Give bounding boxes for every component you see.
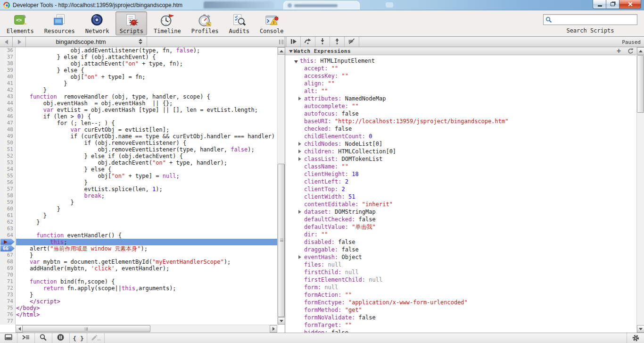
watch-property-checked[interactable]: checked: false — [285, 125, 636, 133]
code-line-64[interactable]: function eventHandler() { — [16, 232, 277, 239]
line-number-65[interactable] — [0, 239, 15, 245]
tool-profiles[interactable]: %Profiles — [188, 11, 223, 35]
code-line-49[interactable]: if (curEvtObj.name == type && curEvtObj.… — [16, 133, 277, 140]
code-line-44[interactable]: obj.eventHash = obj.eventHash || {}; — [16, 100, 277, 107]
code-line-51[interactable]: obj.removeEventListener(type, handler, f… — [16, 146, 277, 153]
collapsed-triangle-icon[interactable] — [298, 150, 301, 153]
code-line-73[interactable]: } — [16, 292, 277, 298]
watch-property-draggable[interactable]: draggable: false — [285, 246, 636, 253]
watch-property-accept[interactable]: accept: "" — [285, 65, 636, 72]
watch-property-firstChild[interactable]: firstChild: null — [285, 268, 636, 276]
line-number-39[interactable]: 39 — [0, 67, 15, 74]
line-number-42[interactable]: 42 — [0, 87, 15, 93]
code-line-36[interactable]: obj.addEventListener(type, fn, false); — [16, 47, 277, 54]
watch-property-clientHeight[interactable]: clientHeight: 18 — [285, 170, 636, 178]
code-line-54[interactable]: } else { — [16, 166, 277, 173]
code-line-76[interactable]: </html> — [16, 311, 277, 318]
tool-network[interactable]: Network — [82, 11, 113, 35]
watch-property-files[interactable]: files: null — [285, 261, 636, 268]
code-line-77[interactable] — [16, 318, 277, 325]
search-input[interactable] — [554, 15, 635, 24]
maximize-button[interactable] — [606, 0, 619, 9]
code-line-59[interactable]: } — [16, 199, 277, 206]
watch-property-children[interactable]: children: HTMLCollection[0] — [285, 148, 636, 155]
scrollbar-thumb[interactable] — [22, 325, 150, 332]
settings-button[interactable] — [627, 333, 644, 343]
watch-vertical-scrollbar[interactable] — [636, 47, 644, 333]
watch-property-eventHash[interactable]: eventHash: Object — [285, 253, 636, 261]
line-number-59[interactable]: 59 — [0, 199, 15, 206]
line-number-68[interactable]: 68 — [0, 259, 15, 265]
scroll-down-button[interactable] — [637, 325, 644, 333]
watch-property-defaultChecked[interactable]: defaultChecked: false — [285, 216, 636, 223]
code-line-56[interactable]: } — [16, 179, 277, 186]
code-gutter[interactable]: 3637383940414243444546474849505152535455… — [0, 47, 16, 325]
scroll-up-button[interactable] — [637, 47, 644, 55]
line-number-56[interactable]: 56 — [0, 179, 15, 186]
watch-property-formEnctype[interactable]: formEnctype: "application/x-www-form-url… — [285, 299, 636, 306]
tool-timeline[interactable]: Timeline — [150, 11, 185, 35]
line-number-46[interactable]: 46 — [0, 113, 15, 120]
code-line-63[interactable] — [16, 226, 277, 232]
line-number-49[interactable]: 49 — [0, 133, 15, 140]
watch-property-formAction[interactable]: formAction: "" — [285, 291, 636, 299]
tool-elements[interactable]: <><>Elements — [3, 11, 38, 35]
tool-console[interactable]: !Console — [256, 11, 288, 35]
expanded-triangle-icon[interactable] — [294, 60, 298, 63]
line-number-69[interactable]: 69 — [0, 265, 15, 272]
line-number-40[interactable]: 40 — [0, 74, 15, 80]
titlebar[interactable]: Developer Tools - http://localhost:13959… — [0, 0, 644, 10]
watch-property-hidden[interactable]: hidden: false — [285, 329, 636, 333]
line-number-44[interactable]: 44 — [0, 100, 15, 107]
close-button[interactable] — [619, 0, 641, 9]
line-number-48[interactable]: 48 — [0, 126, 15, 133]
step-out-button[interactable] — [330, 37, 345, 47]
add-watch-expression-button[interactable]: + — [617, 48, 621, 55]
scroll-right-button[interactable] — [270, 325, 277, 333]
watch-property-firstElementChild[interactable]: firstElementChild: null — [285, 276, 636, 284]
code-line-39[interactable]: } else { — [16, 67, 277, 74]
code-line-61[interactable]: } — [16, 212, 277, 219]
line-number-74[interactable]: 74 — [0, 298, 15, 305]
watch-property-formMethod[interactable]: formMethod: "get" — [285, 306, 636, 314]
watch-property-clientLeft[interactable]: clientLeft: 2 — [285, 178, 636, 185]
line-number-51[interactable]: 51 — [0, 146, 15, 153]
code-lines[interactable]: obj.addEventListener(type, fn, false); }… — [16, 47, 277, 325]
code-line-52[interactable]: } else if (obj.detachEvent) { — [16, 153, 277, 159]
code-line-57[interactable]: evtList.splice(len, 1); — [16, 186, 277, 192]
collapsed-triangle-icon[interactable] — [298, 157, 301, 161]
file-selector[interactable]: bingandscope.htm — [26, 37, 147, 47]
splitter-grip[interactable] — [279, 40, 283, 44]
watch-property-form[interactable]: form: null — [285, 284, 636, 291]
line-number-61[interactable]: 61 — [0, 212, 15, 219]
line-number-41[interactable]: 41 — [0, 80, 15, 87]
watch-property-autocomplete[interactable]: autocomplete: "" — [285, 102, 636, 110]
line-number-37[interactable]: 37 — [0, 54, 15, 60]
line-number-67[interactable]: 67 — [0, 252, 15, 259]
watch-property-attributes[interactable]: attributes: NamedNodeMap — [285, 95, 636, 102]
watch-property-align[interactable]: align: "" — [285, 80, 636, 87]
execution-pointer-badge[interactable] — [0, 239, 15, 245]
code-line-46[interactable]: if (len > 0) { — [16, 113, 277, 120]
line-number-70[interactable]: 70 — [0, 272, 15, 278]
code-line-60[interactable]: } — [16, 206, 277, 212]
watch-property-clientTop[interactable]: clientTop: 2 — [285, 185, 636, 193]
line-number-66[interactable]: 66 — [0, 245, 15, 252]
search-button[interactable] — [35, 333, 52, 343]
scroll-up-button[interactable] — [278, 47, 285, 55]
code-line-74[interactable]: </script> — [16, 298, 277, 305]
code-line-67[interactable]: } — [16, 252, 277, 259]
collapsed-triangle-icon[interactable] — [298, 255, 301, 259]
code-vertical-scrollbar[interactable] — [277, 47, 285, 325]
line-number-54[interactable]: 54 — [0, 166, 15, 173]
code-line-65[interactable]: this; — [16, 239, 277, 245]
line-number-71[interactable]: 71 — [0, 278, 15, 285]
dock-to-window-button[interactable] — [0, 333, 17, 343]
line-number-72[interactable]: 72 — [0, 285, 15, 292]
tool-resources[interactable]: Resources — [41, 11, 79, 35]
line-number-38[interactable]: 38 — [0, 60, 15, 67]
edit-button[interactable] — [87, 333, 105, 343]
watch-property-clientWidth[interactable]: clientWidth: 51 — [285, 193, 636, 201]
scrollbar-thumb[interactable] — [637, 55, 644, 113]
code-line-66[interactable]: alert("当前作用域是 window 元素本身"); — [16, 245, 277, 252]
